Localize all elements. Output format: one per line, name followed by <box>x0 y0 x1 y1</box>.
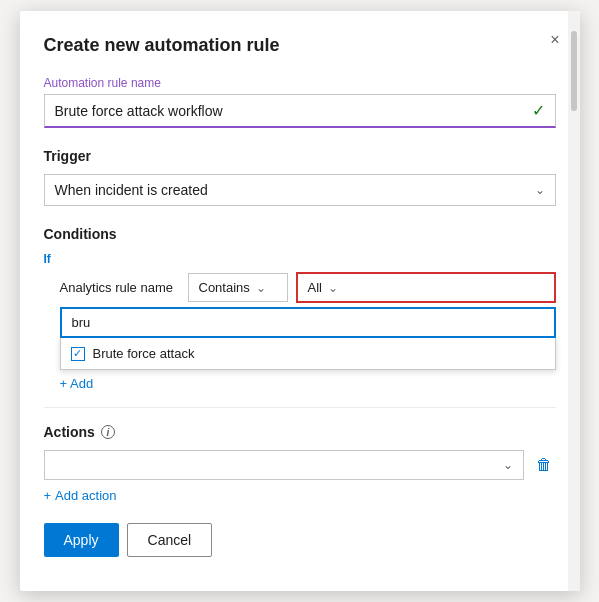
condition-field-label: Analytics rule name <box>60 280 180 295</box>
search-input[interactable] <box>60 307 556 338</box>
search-dropdown-container: Brute force attack <box>60 307 556 370</box>
conditions-section: Conditions If Analytics rule name Contai… <box>44 226 556 391</box>
brute-force-label: Brute force attack <box>93 346 195 361</box>
trigger-label: Trigger <box>44 148 556 164</box>
contains-dropdown-value: Contains <box>199 280 250 295</box>
dropdown-item-brute-force[interactable]: Brute force attack <box>61 338 555 369</box>
condition-row: Analytics rule name Contains ⌄ All ⌄ <box>60 272 556 303</box>
automation-rule-name-label: Automation rule name <box>44 76 556 90</box>
trash-icon[interactable]: 🗑 <box>532 452 556 478</box>
info-icon: i <box>101 425 115 439</box>
create-automation-rule-dialog: Create new automation rule × Automation … <box>20 11 580 591</box>
footer: Apply Cancel <box>44 523 556 557</box>
add-condition-link[interactable]: + Add <box>60 376 94 391</box>
cancel-button[interactable]: Cancel <box>127 523 213 557</box>
scrollbar-thumb <box>571 31 577 111</box>
all-dropdown-value: All <box>308 280 322 295</box>
if-label: If <box>44 252 556 266</box>
add-action-plus: + <box>44 488 52 503</box>
action-dropdown[interactable]: ⌄ <box>44 450 524 480</box>
apply-button[interactable]: Apply <box>44 523 119 557</box>
automation-rule-name-input-container: ✓ <box>44 94 556 128</box>
brute-force-checkbox[interactable] <box>71 347 85 361</box>
all-dropdown[interactable]: All ⌄ <box>296 272 556 303</box>
add-action-label: Add action <box>55 488 116 503</box>
trigger-dropdown-value: When incident is created <box>55 182 208 198</box>
dialog-title: Create new automation rule <box>44 35 556 56</box>
actions-label-text: Actions <box>44 424 95 440</box>
trigger-dropdown[interactable]: When incident is created ⌄ <box>44 174 556 206</box>
contains-dropdown[interactable]: Contains ⌄ <box>188 273 288 302</box>
close-button[interactable]: × <box>546 27 563 53</box>
all-dropdown-arrow: ⌄ <box>328 281 338 295</box>
divider <box>44 407 556 408</box>
conditions-label: Conditions <box>44 226 556 242</box>
automation-rule-name-input[interactable] <box>55 103 532 119</box>
action-dropdown-arrow: ⌄ <box>503 458 513 472</box>
actions-label-row: Actions i <box>44 424 556 440</box>
action-row: ⌄ 🗑 <box>44 450 556 480</box>
contains-dropdown-arrow: ⌄ <box>256 281 266 295</box>
dropdown-list: Brute force attack <box>60 338 556 370</box>
actions-section: Actions i ⌄ 🗑 + Add action <box>44 424 556 503</box>
add-action-link[interactable]: + Add action <box>44 488 117 503</box>
trigger-dropdown-arrow: ⌄ <box>535 183 545 197</box>
checkmark-icon: ✓ <box>532 101 545 120</box>
scrollbar[interactable] <box>568 11 580 591</box>
